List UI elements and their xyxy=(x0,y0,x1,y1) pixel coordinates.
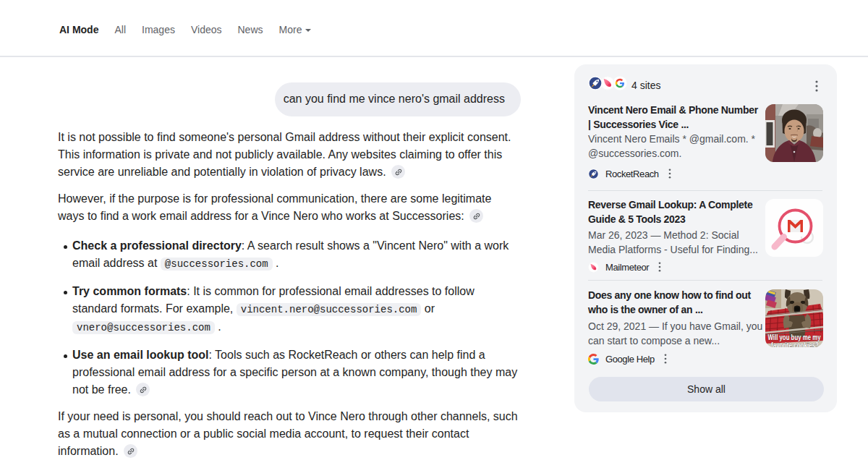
svg-text:favorite cookies?: favorite cookies? xyxy=(771,341,819,347)
